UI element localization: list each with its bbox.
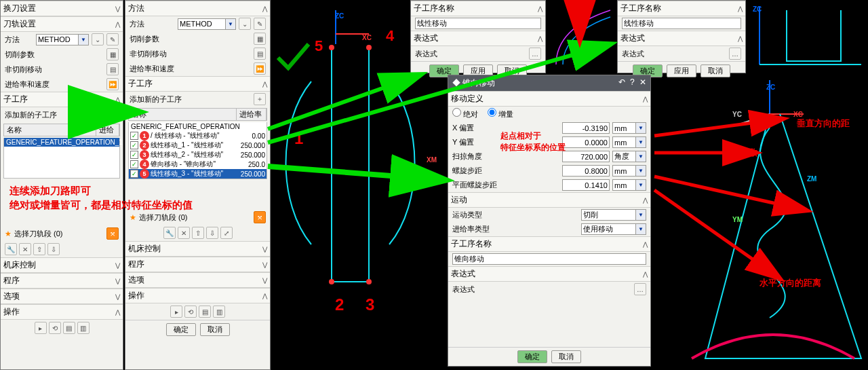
- radio-inc[interactable]: [488, 108, 496, 117]
- row-check[interactable]: ✓: [130, 160, 138, 168]
- row-check[interactable]: ✓: [130, 151, 138, 159]
- act-b2[interactable]: ⟲: [49, 322, 61, 334]
- tb-wrench[interactable]: 🔧: [5, 243, 17, 255]
- row-check[interactable]: ✓: [130, 132, 138, 140]
- method-combo[interactable]: ▼: [36, 34, 89, 45]
- dlg-sec-name[interactable]: 子工序名称⋀: [448, 236, 650, 252]
- sec-opt[interactable]: 选项⋁: [1, 289, 123, 304]
- feed-icon[interactable]: ⏩: [106, 78, 119, 90]
- dlg-sec-move[interactable]: 移动定义⋀: [448, 91, 650, 107]
- act-b1[interactable]: ▸: [35, 322, 47, 334]
- fld-input-2[interactable]: [562, 151, 610, 162]
- sec-act[interactable]: 操作⋀: [1, 304, 123, 320]
- p2-sec-sub[interactable]: 子工序⋀: [125, 76, 270, 92]
- cut-icon[interactable]: ▦: [106, 48, 119, 60]
- fld-unit-4[interactable]: ▼: [612, 179, 646, 191]
- p2-tb3[interactable]: ⇧: [192, 227, 204, 239]
- p2-sec-opt[interactable]: 选项⋁: [125, 272, 270, 288]
- table-row[interactable]: GENERIC_FEATURE_OPERATION_1: [4, 138, 119, 147]
- p5-expr-btn[interactable]: …: [729, 48, 741, 60]
- p2-sec-mc[interactable]: 机床控制⋁: [125, 241, 270, 257]
- p2-col-name[interactable]: 名称: [129, 109, 237, 120]
- p5-expr-hdr[interactable]: 表达式⋀: [618, 31, 745, 46]
- p2-col-feed[interactable]: 进给率: [237, 109, 267, 120]
- method-btn2[interactable]: ✎: [106, 33, 119, 45]
- fld-input-3[interactable]: [562, 165, 610, 177]
- p2-feed[interactable]: 进给率和速度: [130, 64, 251, 74]
- table-row[interactable]: ✓3线性移动_2 - "线性移动"250.000: [129, 150, 267, 160]
- feed-speed[interactable]: 进给率和速度: [5, 79, 104, 90]
- p2-ab4[interactable]: ▥: [213, 306, 225, 318]
- fld-input-1[interactable]: [562, 136, 610, 148]
- fld-unit-0[interactable]: ▼: [612, 122, 646, 134]
- cut-params[interactable]: 切削参数: [5, 50, 104, 60]
- add-sub[interactable]: 添加新的子工序: [5, 110, 104, 120]
- row-check[interactable]: ✓: [130, 170, 138, 178]
- p5-cancel[interactable]: 取消: [701, 64, 730, 77]
- dlg-ok[interactable]: 确定: [517, 350, 547, 363]
- p4-name-hdr[interactable]: 子工序名称⋀: [411, 1, 545, 16]
- p5-name-input[interactable]: [622, 18, 741, 29]
- p2-noncut[interactable]: 非切削移动: [130, 49, 251, 59]
- dlg-name-input[interactable]: [452, 253, 646, 265]
- viewport-small-2[interactable]: ZC: [746, 0, 868, 73]
- p2-m-b1[interactable]: ⌄: [239, 18, 251, 30]
- table-row[interactable]: ✓2线性移动_1 - "线性移动"250.000: [129, 141, 267, 150]
- fld-input-0[interactable]: [562, 122, 610, 134]
- fld-unit-1[interactable]: ▼: [612, 136, 646, 148]
- p2-sec-act[interactable]: 操作⋀: [125, 288, 270, 303]
- sec-path-settings[interactable]: 刀轨设置⋀: [1, 16, 123, 32]
- p2-ab3[interactable]: ▤: [199, 306, 211, 318]
- dlg-undo-icon[interactable]: ↶: [618, 77, 625, 87]
- p2-tb2[interactable]: ✕: [178, 227, 190, 239]
- fld-input-4[interactable]: [562, 179, 610, 191]
- dlg-help-icon[interactable]: ?: [630, 77, 635, 87]
- dlg-expr-btn[interactable]: …: [634, 283, 646, 295]
- noncut-icon[interactable]: ▤: [106, 63, 119, 75]
- table-row[interactable]: ✓1/ 线性移动 - "线性移动"0.00: [129, 131, 267, 141]
- dlg-cancel[interactable]: 取消: [551, 350, 581, 363]
- p4-expr-hdr[interactable]: 表达式⋀: [411, 31, 545, 46]
- p2-cancel[interactable]: 取消: [200, 323, 230, 336]
- fld-unit-2[interactable]: ▼: [612, 151, 646, 162]
- p2-sec-prog[interactable]: 程序⋁: [125, 257, 270, 272]
- viewport-small-1[interactable]: [546, 0, 617, 73]
- table-row[interactable]: ✓4锥向移动 - "锥向移动"250.0: [129, 160, 267, 169]
- row-check[interactable]: ✓: [130, 141, 138, 149]
- p2-cut-ic[interactable]: ▦: [254, 33, 266, 45]
- col-name[interactable]: 名称: [4, 124, 96, 136]
- tb-up[interactable]: ⇧: [33, 243, 45, 255]
- table-row[interactable]: ✓5线性移动_3 - "线性移动"250.000: [129, 169, 267, 179]
- p2-sec-method-hdr[interactable]: 方法⋀: [125, 1, 270, 16]
- p5-name-hdr[interactable]: 子工序名称⋀: [618, 1, 745, 16]
- p2-tb5[interactable]: ⤢: [220, 227, 233, 239]
- noncut-move[interactable]: 非切削移动: [5, 64, 104, 75]
- feed-type-combo[interactable]: ▼: [581, 223, 646, 235]
- fld-unit-3[interactable]: ▼: [612, 165, 646, 177]
- sec-tool-change[interactable]: 换刀设置⋁: [1, 1, 123, 16]
- sec-mc[interactable]: 机床控制⋁: [1, 257, 123, 273]
- p2-ok[interactable]: 确定: [166, 323, 196, 336]
- viewport-right[interactable]: ZC YC XC ZM YM 垂直方向的距 水平方向的距离: [651, 73, 868, 370]
- p4-name-input[interactable]: [415, 18, 541, 29]
- p5-apply[interactable]: 应用: [667, 64, 696, 77]
- tb-x[interactable]: ✕: [19, 243, 31, 255]
- tb-down[interactable]: ⇩: [47, 243, 60, 255]
- p2-noncut-ic[interactable]: ▤: [254, 48, 266, 60]
- dlg-sec-motion[interactable]: 运动⋀: [448, 192, 650, 208]
- p4-expr-btn[interactable]: …: [529, 48, 541, 60]
- add-sub-icon[interactable]: ＋: [106, 109, 119, 121]
- p2-ab1[interactable]: ▸: [170, 306, 182, 318]
- p2-feed-ic[interactable]: ⏩: [254, 62, 266, 75]
- select-track-btn[interactable]: ⤧: [106, 227, 119, 240]
- sec-subproc[interactable]: 子工序⋀: [1, 92, 123, 107]
- p2-tb4[interactable]: ⇩: [206, 227, 218, 239]
- act-b3[interactable]: ▤: [63, 322, 75, 334]
- dlg-titlebar[interactable]: ◆ 锥向移动 ↶ ? ✕: [448, 75, 650, 91]
- p2-method-combo[interactable]: ▼: [178, 18, 236, 30]
- radio-abs[interactable]: [452, 108, 461, 117]
- p2-add-sub-ic[interactable]: ＋: [254, 93, 266, 105]
- act-b4[interactable]: ▥: [77, 322, 90, 334]
- sec-prog[interactable]: 程序⋁: [1, 273, 123, 289]
- p2-sel-track[interactable]: 选择刀轨段 (0): [139, 212, 251, 223]
